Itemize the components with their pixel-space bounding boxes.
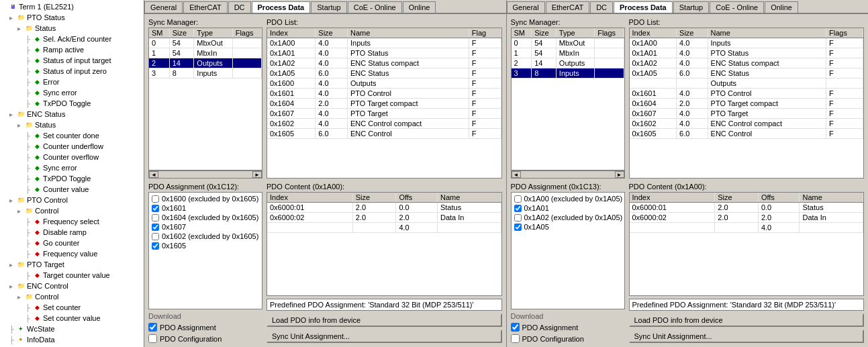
pdo-assign-checkbox[interactable] bbox=[152, 195, 159, 203]
pdo-assign-right-item[interactable]: 0x1A02 (excluded by 0x1A05) bbox=[514, 213, 622, 222]
tab-startup-left[interactable]: Startup bbox=[311, 1, 346, 13]
pdo-assign-checkbox[interactable] bbox=[152, 224, 159, 231]
scroll-right-left-arrow[interactable]: ◄ bbox=[512, 171, 521, 178]
tree-item-status-input-zero[interactable]: ├◆Status of input zero bbox=[0, 66, 144, 77]
tree-item-set-counter-value[interactable]: ├◆Set counter value bbox=[0, 313, 144, 324]
pdo-assignment-checkbox-right[interactable] bbox=[511, 323, 520, 332]
pdo-left-row[interactable]: 0x16014.0PTO ControlF bbox=[267, 89, 501, 99]
tree-item-txpdo-toggle2[interactable]: ├◆TxPDO Toggle bbox=[0, 173, 144, 184]
sync-unit-button-right[interactable]: Sync Unit Assignment... bbox=[629, 330, 865, 343]
pdo-assign-item[interactable]: 0x1605 bbox=[152, 241, 259, 250]
sm-left-row[interactable]: 38Inputs bbox=[149, 68, 262, 79]
sm-right-row[interactable]: 054MbxOut bbox=[512, 38, 624, 48]
tree-item-wc-state[interactable]: ├✦WcState bbox=[0, 324, 144, 334]
pdo-list-table-left[interactable]: Index Size Name Flag 0x1A004.0InputsF0x1… bbox=[267, 28, 502, 179]
pdo-left-row[interactable]: 0x1A014.0PTO StatusF bbox=[267, 48, 501, 58]
tab-ethercat-left[interactable]: EtherCAT bbox=[183, 1, 227, 13]
tree-item-control1[interactable]: ▸📁Control bbox=[0, 205, 144, 216]
pdo-config-checkbox-right[interactable] bbox=[511, 334, 520, 343]
tab-dc-left[interactable]: DC bbox=[228, 1, 251, 13]
pdo-left-row[interactable]: 0x1A024.0ENC Status compactF bbox=[267, 58, 501, 68]
tree-item-set-counter-done[interactable]: ├◆Set counter done bbox=[0, 130, 144, 141]
load-pdo-button-left[interactable]: Load PDO info from device bbox=[267, 313, 502, 327]
pdo-assign-item[interactable]: 0x1604 (excluded by 0x1605) bbox=[152, 213, 259, 222]
pdo-assignment-checkbox-left[interactable] bbox=[148, 323, 157, 332]
pdo-left-row[interactable]: 0x16024.0ENC Control compactF bbox=[267, 119, 501, 129]
tab-general-right[interactable]: General bbox=[507, 1, 545, 13]
tab-general-left[interactable]: General bbox=[144, 1, 183, 13]
tab-dc-right[interactable]: DC bbox=[590, 1, 613, 13]
tree-item-control2[interactable]: ▸📁Control bbox=[0, 291, 144, 302]
pdo-assign-right-checkbox[interactable] bbox=[514, 205, 522, 212]
pdo-left-row[interactable]: 0x1A004.0InputsF bbox=[267, 38, 501, 48]
sm-right-row[interactable]: 154MbxIn bbox=[512, 48, 624, 58]
pdo-assign-item[interactable]: 0x1601 bbox=[152, 203, 259, 213]
tree-item-go-counter[interactable]: ├◆Go counter bbox=[0, 238, 144, 248]
tab-processdata-right[interactable]: Process Data bbox=[614, 1, 673, 13]
pdo-config-cb-right[interactable]: PDO Configuration bbox=[511, 334, 625, 343]
tree-item-counter-overflow[interactable]: ├◆Counter overflow bbox=[0, 152, 144, 162]
pdo-assign-right-item[interactable]: 0x1A05 bbox=[514, 222, 622, 232]
tree-item-txpdo-toggle[interactable]: ├◆TxPDO Toggle bbox=[0, 98, 144, 109]
pdo-right-row[interactable]: 0x16074.0PTO TargetF bbox=[630, 109, 863, 119]
tab-coe-left[interactable]: CoE - Online bbox=[348, 1, 402, 13]
tree-item-sel-ack[interactable]: ├◆Sel. Ack/End counter bbox=[0, 34, 144, 44]
pdo-list-table-right[interactable]: Index Size Name Flags 0x1A004.0InputsF0x… bbox=[629, 28, 865, 179]
pdo-assign-checkbox[interactable] bbox=[152, 214, 159, 221]
sync-manager-table-right[interactable]: SM Size Type Flags 054MbxOut154MbxIn214O… bbox=[511, 28, 625, 170]
tree-item-set-counter[interactable]: ├◆Set counter bbox=[0, 302, 144, 313]
tree-item-enc-status[interactable]: ▸📁ENC Status bbox=[0, 109, 144, 119]
tree-item-pto-control[interactable]: ▸📁PTO Control bbox=[0, 195, 144, 205]
tree-item-freq-select[interactable]: ├◆Frequency select bbox=[0, 216, 144, 227]
tree-item-disable-ramp[interactable]: ├◆Disable ramp bbox=[0, 227, 144, 238]
tab-online-left[interactable]: Online bbox=[403, 1, 436, 13]
pdo-assign-checkbox[interactable] bbox=[152, 242, 159, 250]
tree-item-error[interactable]: ├◆Error bbox=[0, 77, 144, 87]
pdo-assign-checkbox[interactable] bbox=[152, 233, 159, 240]
tree-item-info-data[interactable]: ├✦InfoData bbox=[0, 334, 144, 345]
pdo-right-row[interactable]: 0x1A014.0PTO StatusF bbox=[630, 48, 863, 58]
tree-item-sync-error2[interactable]: ├◆Sync error bbox=[0, 162, 144, 173]
sync-unit-button-left[interactable]: Sync Unit Assignment... bbox=[267, 330, 502, 343]
pdo-left-row[interactable]: 0x1A056.0ENC StatusF bbox=[267, 68, 501, 79]
sync-manager-table-left[interactable]: SM Size Type Flags 054MbxOut154MbxIn214O… bbox=[148, 28, 262, 170]
pdo-content-table-left[interactable]: Index Size Offs Name 0x6000:012.00.0Stat… bbox=[267, 192, 502, 296]
pdo-right-row[interactable]: Outputs bbox=[630, 79, 863, 89]
pdo-left-row[interactable]: 0x16042.0PTO Target compactF bbox=[267, 99, 501, 109]
tree-item-sync-error[interactable]: ├◆Sync error bbox=[0, 87, 144, 98]
pdo-content-table-right[interactable]: Index Size Offs Name 0x6000:012.00.0Stat… bbox=[629, 192, 865, 296]
pdo-assignment-cb-left[interactable]: PDO Assignment bbox=[148, 323, 262, 332]
tree-item-counter-underflow[interactable]: ├◆Counter underflow bbox=[0, 141, 144, 152]
pdo-right-row[interactable]: 0x16042.0PTO Target compactF bbox=[630, 99, 863, 109]
tab-processdata-left[interactable]: Process Data bbox=[252, 1, 311, 13]
tree-item-status1[interactable]: ▸📁Status bbox=[0, 23, 144, 34]
scroll-right-right-arrow[interactable]: ► bbox=[615, 171, 624, 178]
pdo-assign-right-checkbox[interactable] bbox=[514, 224, 522, 231]
scroll-right-arrow[interactable]: ► bbox=[252, 171, 262, 178]
sm-left-row[interactable]: 154MbxIn bbox=[149, 48, 262, 58]
pdo-assign-item[interactable]: 0x1607 bbox=[152, 222, 259, 232]
pdo-right-row[interactable]: 0x16056.0ENC ControlF bbox=[630, 129, 863, 139]
sm-left-row[interactable]: 054MbxOut bbox=[149, 38, 262, 48]
tab-startup-right[interactable]: Startup bbox=[673, 1, 709, 13]
pdo-config-cb-left[interactable]: PDO Configuration bbox=[148, 334, 262, 343]
tab-ethercat-right[interactable]: EtherCAT bbox=[546, 1, 589, 13]
pdo-assignment-cb-right[interactable]: PDO Assignment bbox=[511, 323, 625, 332]
pdo-assign-right-item[interactable]: 0x1A01 bbox=[514, 203, 622, 213]
sm-right-row[interactable]: 38Inputs bbox=[512, 68, 624, 79]
load-pdo-button-right[interactable]: Load PDO info from device bbox=[629, 313, 865, 327]
tab-online-right[interactable]: Online bbox=[765, 1, 798, 13]
pdo-right-row[interactable]: 0x1A056.0ENC StatusF bbox=[630, 68, 863, 79]
sm-left-scrollbar[interactable]: ◄ ► bbox=[148, 170, 262, 179]
tree-item-target-counter[interactable]: ├◆Target counter value bbox=[0, 270, 144, 281]
tree-item-pto-status[interactable]: ▸📁PTO Status bbox=[0, 12, 144, 23]
pdo-right-row[interactable]: 0x16024.0ENC Control compactF bbox=[630, 119, 863, 129]
pdo-assign-item[interactable]: 0x1602 (excluded by 0x1605) bbox=[152, 232, 259, 241]
pdo-left-row[interactable]: 0x16056.0ENC ControlF bbox=[267, 129, 501, 139]
pdo-right-row[interactable]: 0x16014.0PTO ControlF bbox=[630, 89, 863, 99]
tree-item-status-input-target[interactable]: ├◆Status of input target bbox=[0, 55, 144, 66]
pdo-left-row[interactable]: 0x16074.0PTO TargetF bbox=[267, 109, 501, 119]
tree-item-freq-value[interactable]: ├◆Frequency value bbox=[0, 248, 144, 259]
pdo-config-checkbox-left[interactable] bbox=[148, 334, 157, 343]
tree-item-ramp-active[interactable]: ├◆Ramp active bbox=[0, 44, 144, 55]
